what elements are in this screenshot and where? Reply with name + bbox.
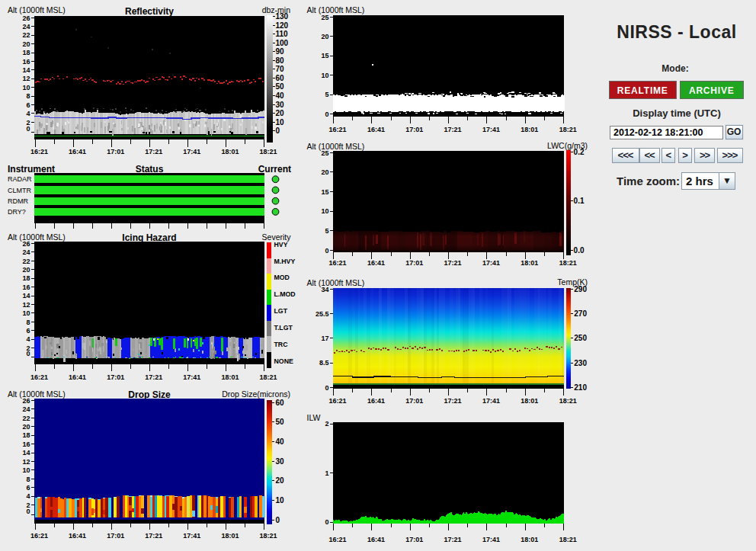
svg-text:18:21: 18:21 [559,536,577,543]
svg-text:14: 14 [22,292,30,300]
svg-text:22: 22 [22,31,30,39]
svg-text:16:41: 16:41 [69,532,86,540]
svg-text:5: 5 [325,91,328,98]
svg-text:90: 90 [276,47,285,56]
svg-text:25: 25 [321,149,328,157]
svg-text:NONE: NONE [274,357,293,365]
svg-text:80: 80 [276,56,285,65]
svg-text:16: 16 [22,58,30,66]
svg-text:22: 22 [22,258,30,265]
svg-text:230: 230 [574,359,587,367]
svg-text:17:41: 17:41 [183,148,200,155]
svg-text:Status: Status [136,164,164,175]
svg-text:17:41: 17:41 [482,259,500,267]
svg-text:5: 5 [325,227,328,235]
svg-text:4: 4 [26,335,30,343]
svg-text:MOD: MOD [274,274,290,281]
svg-text:18:01: 18:01 [521,126,538,133]
svg-text:40: 40 [276,91,285,100]
svg-text:Alt (1000ft MSL): Alt (1000ft MSL) [8,232,66,242]
svg-text:17:01: 17:01 [405,397,423,405]
svg-text:CLMTR: CLMTR [8,187,31,194]
svg-text:6: 6 [26,101,30,109]
svg-text:34: 34 [321,286,328,293]
svg-text:8: 8 [26,92,30,100]
svg-text:Reflectivity: Reflectivity [125,6,174,17]
svg-text:18:21: 18:21 [259,373,277,381]
svg-text:50: 50 [276,82,285,91]
svg-text:Severity: Severity [262,232,292,242]
svg-text:120: 120 [276,21,289,30]
svg-text:110: 110 [276,30,289,38]
svg-text:17:21: 17:21 [145,373,162,381]
svg-text:16:41: 16:41 [367,536,385,543]
svg-text:10: 10 [22,466,30,474]
svg-text:15: 15 [321,52,328,59]
svg-text:17:41: 17:41 [482,397,500,405]
svg-text:ILW: ILW [307,413,321,422]
svg-text:16:41: 16:41 [367,397,385,405]
svg-text:250: 250 [574,334,587,342]
svg-text:2: 2 [325,420,328,428]
svg-text:8.5: 8.5 [319,359,329,367]
svg-text:4: 4 [26,492,30,500]
svg-text:RDMR: RDMR [8,197,28,205]
svg-text:T.LGT: T.LGT [274,324,293,332]
svg-text:26: 26 [22,240,30,248]
svg-text:1: 1 [325,469,328,477]
svg-text:8: 8 [26,319,30,326]
svg-text:17:01: 17:01 [107,532,124,540]
svg-text:0: 0 [26,350,30,357]
svg-text:HVY: HVY [274,241,288,248]
svg-text:20: 20 [22,40,30,48]
svg-text:10: 10 [22,309,30,317]
svg-text:12: 12 [22,458,30,466]
svg-text:16:21: 16:21 [30,148,48,155]
svg-text:18:01: 18:01 [521,397,538,405]
svg-text:8: 8 [26,476,30,483]
svg-text:17:21: 17:21 [145,532,162,540]
svg-text:16:21: 16:21 [328,397,346,405]
svg-text:0: 0 [276,127,280,135]
svg-text:18:21: 18:21 [259,148,277,155]
svg-text:18:21: 18:21 [559,126,577,133]
svg-text:30: 30 [276,101,285,109]
svg-text:18:21: 18:21 [559,397,577,405]
svg-text:60: 60 [276,399,285,407]
svg-text:16:21: 16:21 [30,373,48,381]
svg-text:0.0: 0.0 [574,246,585,255]
svg-text:16:21: 16:21 [30,532,48,540]
svg-text:17:41: 17:41 [482,536,500,543]
svg-text:17:21: 17:21 [444,259,462,267]
svg-text:16: 16 [22,284,30,291]
svg-text:Instrument: Instrument [8,164,55,175]
svg-text:60: 60 [276,74,285,82]
svg-text:70: 70 [276,65,285,73]
svg-text:50: 50 [276,418,285,426]
svg-text:18:01: 18:01 [221,148,239,155]
svg-text:25.5: 25.5 [316,310,329,318]
svg-text:26: 26 [22,397,30,405]
svg-text:18: 18 [22,49,30,56]
svg-text:17:21: 17:21 [444,397,462,405]
svg-text:18:21: 18:21 [259,532,277,540]
svg-text:18: 18 [22,274,30,282]
svg-text:17:01: 17:01 [405,259,423,267]
svg-text:20: 20 [276,109,285,117]
svg-text:LGT: LGT [274,307,288,315]
svg-text:16: 16 [22,440,30,448]
svg-text:Alt (1000ft MSL): Alt (1000ft MSL) [307,5,365,14]
svg-text:TRC: TRC [274,341,289,348]
svg-text:16:41: 16:41 [367,259,385,267]
svg-text:18:01: 18:01 [521,259,538,267]
svg-text:16:41: 16:41 [367,126,385,133]
svg-text:0.1: 0.1 [574,197,585,205]
svg-text:Icing Hazard: Icing Hazard [122,232,176,243]
svg-text:10: 10 [321,72,328,79]
svg-text:290: 290 [574,285,587,293]
svg-text:18:01: 18:01 [221,532,239,540]
svg-text:10: 10 [321,207,328,215]
svg-text:20: 20 [321,33,328,40]
svg-text:14: 14 [22,449,30,456]
svg-text:0: 0 [276,516,280,524]
